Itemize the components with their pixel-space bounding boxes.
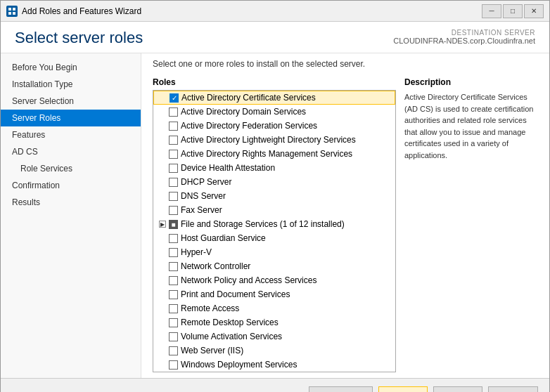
description-panel: Description Active Directory Certificate… bbox=[404, 77, 538, 372]
role-item-hyper-v[interactable]: Hyper-V bbox=[153, 245, 395, 259]
role-item-ad-domain[interactable]: Active Directory Domain Services bbox=[153, 105, 395, 119]
role-label-network-controller: Network Controller bbox=[181, 261, 250, 271]
main-layout: Before You BeginInstallation TypeServer … bbox=[1, 53, 549, 378]
role-label-windows-deployment: Windows Deployment Services bbox=[181, 360, 297, 370]
checkbox-fax[interactable] bbox=[169, 206, 178, 215]
svg-rect-2 bbox=[8, 12, 11, 15]
roles-label: Roles bbox=[153, 77, 396, 87]
close-button[interactable]: ✕ bbox=[524, 4, 544, 18]
role-item-remote-desktop[interactable]: Remote Desktop Services bbox=[153, 315, 395, 329]
role-item-device-health[interactable]: Device Health Attestation bbox=[153, 161, 395, 175]
previous-button[interactable]: < Previous bbox=[309, 386, 373, 393]
svg-rect-3 bbox=[13, 12, 15, 15]
role-label-ad-lightweight: Active Directory Lightweight Directory S… bbox=[181, 135, 356, 145]
checkbox-network-policy[interactable] bbox=[169, 276, 178, 285]
sidebar-item-server-roles[interactable]: Server Roles bbox=[1, 110, 141, 126]
description-label: Description bbox=[404, 77, 538, 87]
svg-rect-0 bbox=[8, 8, 11, 11]
dest-server-name: CLOUDINFRA-NDES.corp.Cloudinfra.net bbox=[393, 37, 535, 45]
role-item-network-policy[interactable]: Network Policy and Access Services bbox=[153, 273, 395, 287]
sidebar-item-server-selection[interactable]: Server Selection bbox=[1, 93, 141, 110]
sidebar-item-ad-cs[interactable]: AD CS bbox=[1, 143, 141, 160]
role-label-volume-activation: Volume Activation Services bbox=[181, 332, 282, 341]
sidebar-item-confirmation[interactable]: Confirmation bbox=[1, 177, 141, 194]
app-icon bbox=[6, 6, 18, 17]
checkbox-ad-lightweight[interactable] bbox=[169, 136, 178, 145]
role-item-print-doc[interactable]: Print and Document Services bbox=[153, 287, 395, 301]
minimize-button[interactable]: ─ bbox=[482, 4, 501, 18]
checkbox-ad-rights[interactable] bbox=[169, 150, 178, 159]
sidebar-item-before-you-begin[interactable]: Before You Begin bbox=[1, 59, 141, 76]
role-label-web-server: Web Server (IIS) bbox=[181, 346, 243, 355]
footer: < Previous Next > Install Cancel bbox=[1, 378, 549, 392]
role-item-volume-activation[interactable]: Volume Activation Services bbox=[153, 329, 395, 344]
expand-btn-file-storage[interactable]: ▶ bbox=[159, 221, 166, 228]
role-label-fax: Fax Server bbox=[181, 205, 222, 215]
checkbox-device-health[interactable] bbox=[169, 164, 178, 173]
title-bar: Add Roles and Features Wizard ─ □ ✕ bbox=[1, 1, 549, 22]
checkbox-hyper-v[interactable] bbox=[169, 248, 178, 257]
sidebar-item-results[interactable]: Results bbox=[1, 194, 141, 211]
role-label-device-health: Device Health Attestation bbox=[181, 163, 275, 173]
role-item-web-server[interactable]: Web Server (IIS) bbox=[153, 344, 395, 358]
main-window: Add Roles and Features Wizard ─ □ ✕ Sele… bbox=[0, 0, 550, 392]
role-label-remote-desktop: Remote Desktop Services bbox=[181, 318, 279, 327]
destination-server-info: DESTINATION SERVER CLOUDINFRA-NDES.corp.… bbox=[393, 29, 535, 45]
role-label-dns: DNS Server bbox=[181, 191, 226, 201]
role-item-dhcp[interactable]: DHCP Server bbox=[153, 175, 395, 189]
install-button[interactable]: Install bbox=[433, 386, 482, 393]
role-item-dns[interactable]: DNS Server bbox=[153, 189, 395, 203]
next-button[interactable]: Next > bbox=[378, 386, 428, 393]
checkbox-windows-deployment[interactable] bbox=[169, 360, 178, 370]
checkbox-web-server[interactable] bbox=[169, 346, 178, 355]
checkbox-ad-domain[interactable] bbox=[169, 107, 178, 117]
sidebar: Before You BeginInstallation TypeServer … bbox=[1, 53, 141, 378]
checkbox-ad-cert[interactable]: ✓ bbox=[170, 93, 179, 103]
sidebar-item-features[interactable]: Features bbox=[1, 126, 141, 143]
role-label-file-storage: File and Storage Services (1 of 12 insta… bbox=[181, 219, 345, 229]
checkbox-volume-activation[interactable] bbox=[169, 332, 178, 341]
roles-panel: Roles ✓Active Directory Certificate Serv… bbox=[153, 77, 396, 372]
role-item-ad-lightweight[interactable]: Active Directory Lightweight Directory S… bbox=[153, 133, 395, 147]
role-item-host-guardian[interactable]: Host Guardian Service bbox=[153, 231, 395, 245]
role-item-file-storage[interactable]: ▶■File and Storage Services (1 of 12 ins… bbox=[153, 217, 395, 231]
body-container: Select server roles DESTINATION SERVER C… bbox=[1, 22, 549, 392]
role-item-ad-fed[interactable]: Active Directory Federation Services bbox=[153, 119, 395, 133]
role-label-ad-fed: Active Directory Federation Services bbox=[181, 121, 317, 131]
checkbox-print-doc[interactable] bbox=[169, 290, 178, 299]
role-item-ad-rights[interactable]: Active Directory Rights Management Servi… bbox=[153, 147, 395, 161]
role-item-ad-cert[interactable]: ✓Active Directory Certificate Services bbox=[153, 91, 395, 105]
cancel-button[interactable]: Cancel bbox=[488, 386, 538, 393]
role-item-fax[interactable]: Fax Server bbox=[153, 203, 395, 217]
role-label-ad-domain: Active Directory Domain Services bbox=[181, 107, 306, 117]
checkbox-remote-access[interactable] bbox=[169, 304, 178, 313]
page-title: Select server roles bbox=[15, 29, 143, 47]
checkbox-file-storage[interactable]: ■ bbox=[169, 220, 178, 229]
svg-rect-1 bbox=[13, 8, 15, 11]
main-content: Select one or more roles to install on t… bbox=[141, 53, 549, 378]
window-title: Add Roles and Features Wizard bbox=[22, 6, 478, 16]
checkbox-network-controller[interactable] bbox=[169, 262, 178, 271]
checkbox-host-guardian[interactable] bbox=[169, 234, 178, 243]
role-item-network-controller[interactable]: Network Controller bbox=[153, 259, 395, 273]
sidebar-item-installation-type[interactable]: Installation Type bbox=[1, 76, 141, 93]
checkbox-remote-desktop[interactable] bbox=[169, 318, 178, 327]
role-label-ad-rights: Active Directory Rights Management Servi… bbox=[181, 149, 352, 159]
roles-list[interactable]: ✓Active Directory Certificate ServicesAc… bbox=[153, 90, 396, 372]
role-label-ad-cert: Active Directory Certificate Services bbox=[181, 93, 316, 103]
checkbox-dhcp[interactable] bbox=[169, 178, 178, 187]
checkbox-dns[interactable] bbox=[169, 192, 178, 201]
role-item-remote-access[interactable]: Remote Access bbox=[153, 301, 395, 315]
maximize-button[interactable]: □ bbox=[503, 4, 523, 18]
dest-label: DESTINATION SERVER bbox=[393, 29, 535, 37]
role-label-remote-access: Remote Access bbox=[181, 303, 239, 313]
role-item-windows-deployment[interactable]: Windows Deployment Services bbox=[153, 358, 395, 372]
description-text: Active Directory Certificate Services (A… bbox=[404, 91, 538, 161]
instruction-text: Select one or more roles to install on t… bbox=[153, 59, 365, 69]
page-header: Select server roles DESTINATION SERVER C… bbox=[1, 22, 549, 53]
roles-desc-area: Roles ✓Active Directory Certificate Serv… bbox=[141, 72, 549, 378]
window-controls: ─ □ ✕ bbox=[482, 4, 544, 18]
checkbox-ad-fed[interactable] bbox=[169, 122, 178, 131]
sidebar-item-role-services[interactable]: Role Services bbox=[1, 160, 141, 177]
role-label-dhcp: DHCP Server bbox=[181, 177, 231, 187]
